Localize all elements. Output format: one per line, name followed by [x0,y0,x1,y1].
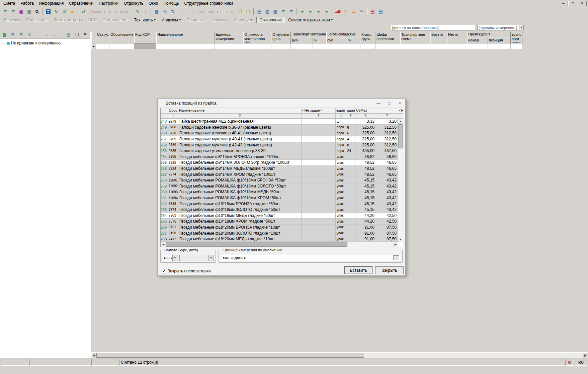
price-row-266[interactable]: 2663791Гвозди мебельные ф18*20мм БРОНЗА … [161,225,398,231]
scroll-up-button[interactable]: ▲ [398,119,403,124]
open-node-icon[interactable]: ❏ [73,31,81,38]
coffee-icon[interactable]: ☕ [358,8,365,15]
language-indicator[interactable]: RU [575,359,587,366]
outline-level4-icon[interactable]: ≡ [323,8,330,15]
col-warehouse-pct[interactable]: % [347,37,360,43]
minimize-button[interactable]: ─ [559,1,568,6]
move-left-icon[interactable]: ← [51,31,59,38]
report-grid-icon[interactable]: ▥ [263,8,271,15]
cell-warehouse-pct[interactable] [347,43,360,49]
dialog-minimize-button[interactable]: — [373,101,384,106]
toc-structure-icon[interactable]: ≣ [1,8,9,15]
dialog-close-icon[interactable]: ✕ [395,101,405,106]
col-selling-price[interactable]: Отпускная цена [271,32,291,43]
cell-pricelist-number[interactable] [467,43,488,49]
new-node-icon[interactable]: ▩ [1,31,8,38]
swap-rows-icon[interactable]: ⇄ [80,8,87,15]
price-row-255[interactable]: 2557225Гвозди мебельные ф8*14мм ЗОЛОТО 3… [161,160,398,166]
undo-icon[interactable]: ↺ [61,8,68,15]
collapse-tree-icon[interactable]: ≣ [17,31,25,38]
catalog-red-icon[interactable]: ▤ [369,8,376,15]
cell-selling-price[interactable] [271,43,291,49]
maximize-button[interactable]: □ [568,1,577,6]
tab-open-windows[interactable]: Список открытых окон▾ [285,17,335,23]
picture-icon[interactable]: ▣ [17,8,25,15]
vscrollbar-thumb[interactable] [398,124,403,148]
col-justification[interactable]: Обоснование [109,32,134,43]
pin-icon[interactable]: ⚑ [81,31,89,38]
price-row-256[interactable]: 2567224Гвозди мебельные ф8*14мм МЕДЬ гла… [161,166,398,172]
cell-shipping-code[interactable] [375,43,400,49]
vscrollbar-track[interactable] [398,124,403,237]
menu-item-rabota[interactable]: Работа [18,0,36,7]
refresh-icon[interactable]: ↻ [53,8,60,15]
move-up-icon[interactable]: ↑ [34,31,42,38]
price-row-261[interactable]: 26111694Гвозди мебельные РОМАШКА ф10*18м… [161,195,398,201]
report-icon[interactable]: ▤ [255,8,263,15]
col-shipping-code[interactable]: Шифр перевозки [375,32,400,43]
col-transport-calc[interactable]: транспортная кальку [511,32,522,43]
percent-icon[interactable]: % [161,8,168,15]
tree-view-icon[interactable]: ≣ [279,8,287,15]
menu-item-strukturnye-spravochniki[interactable]: Структурные справочники [181,0,236,7]
scroll-left-button[interactable]: ◀ [91,353,97,358]
cancel-edit-icon[interactable]: ✕ [142,8,149,15]
price-row-254[interactable]: 2547965Гвозди мебельные ф8*14мм БРОНЗА г… [161,154,398,160]
copy-icon[interactable]: ❐ [236,8,244,15]
price-row-250[interactable]: 2509738Галоши садовые женские р.40-41 (р… [161,130,398,136]
main-horizontal-scrollbar[interactable]: ◀ ▶ [91,352,588,358]
scroll-down-button[interactable]: ▼ [398,237,403,242]
cell-unit[interactable] [215,43,243,49]
price-row-249[interactable]: 2499708Галоши садовые женские р.36-37 (р… [161,125,398,131]
price-table-icon[interactable]: ▦ [153,8,160,15]
hscrollbar-track[interactable] [166,242,393,247]
price-row-260[interactable]: 26011693Гвозди мебельные РОМАШКА ф10*18м… [161,189,398,195]
price-row-263[interactable]: 2637574Гвозди мебельные ф10*18мм ЗОЛОТО … [161,207,398,213]
outline-level2-icon[interactable]: ≡ [307,8,314,15]
price-row-262[interactable]: 2628338Гвозди мебельные ф10*18мм БРОНЗА … [161,201,398,207]
name-filter-input[interactable] [391,25,476,30]
scrollbar-track[interactable] [97,353,583,358]
tab-toc[interactable]: Оглавление [256,17,285,23]
unit-filter-combo[interactable]: [единицы измерения..] ▾ [477,25,524,30]
menu-item-okno[interactable]: Окно [146,0,161,7]
price-row-264[interactable]: 2647963Гвозди мебельные ф10*18мм МЕДЬ гл… [161,213,398,219]
price-row-248[interactable]: 2489279Гайка шестигранная М12 оцинкованн… [161,119,398,125]
scroll-left-button[interactable]: ◀ [161,242,166,247]
price-row-257[interactable]: 2577274Гвозди мебельные ф8*14мм ХРОМ гла… [161,171,398,177]
close-button[interactable]: Закрыть [375,266,404,274]
col-warehouse-rub[interactable]: руб [326,37,347,43]
cell-transport-pct[interactable] [313,43,326,49]
menu-item-pomosch[interactable]: Помощь [161,0,181,7]
tree-view2-icon[interactable]: ≣ [287,8,295,15]
price-row-258[interactable]: 25811691Гвозди мебельные РОМАШКА ф10*18м… [161,177,398,183]
col-unset[interactable]: <Не задан> [302,108,336,113]
copy-row-icon[interactable]: ❐ [180,8,187,15]
notebook-icon[interactable]: ▤ [65,31,72,38]
insert-row-icon[interactable]: ❏ [188,8,195,15]
search-icon[interactable] [33,8,41,15]
chart-icon[interactable]: ▂▅█ [334,8,341,15]
chevron-down-icon[interactable]: ▾ [519,25,523,30]
cell-status[interactable] [96,43,109,49]
hscrollbar-thumb[interactable] [166,242,347,247]
price-grid-hscrollbar[interactable]: ◀ ▶ [161,241,398,247]
outline-level3-icon[interactable]: ≡ [315,8,322,15]
cell-justification[interactable] [109,43,134,49]
report-table-icon[interactable]: ▦ [271,8,279,15]
browse-units-button[interactable]: ... [393,255,399,260]
price-row-267[interactable]: 2675198Гвозди мебельные ф18*20мм ЗОЛОТО … [161,230,398,236]
menu-item-informaciya[interactable]: Информация [36,0,66,7]
col-transport-label[interactable]: Транспорт материалов [291,32,326,37]
chevron-down-icon[interactable]: ▾ [172,255,177,261]
package-icon[interactable]: ■ [69,8,76,15]
price-row-253[interactable]: 2539885Галоши садовые утепленные женские… [161,148,398,154]
dialog-maximize-button[interactable]: □ [384,101,395,106]
outline-level1-icon[interactable]: ≡ [299,8,306,15]
col-transport-rub[interactable]: руб [291,37,313,43]
cell-warehouse-rub[interactable] [326,43,347,49]
col-net[interactable]: Нетто [447,32,467,43]
col-pricelist-number[interactable]: номер [467,37,488,43]
close-after-insert-checkbox[interactable]: ✓ Закрыть после вставки [162,269,211,273]
col-material-cost[interactable]: Стоимость материалов (М) [243,32,271,43]
